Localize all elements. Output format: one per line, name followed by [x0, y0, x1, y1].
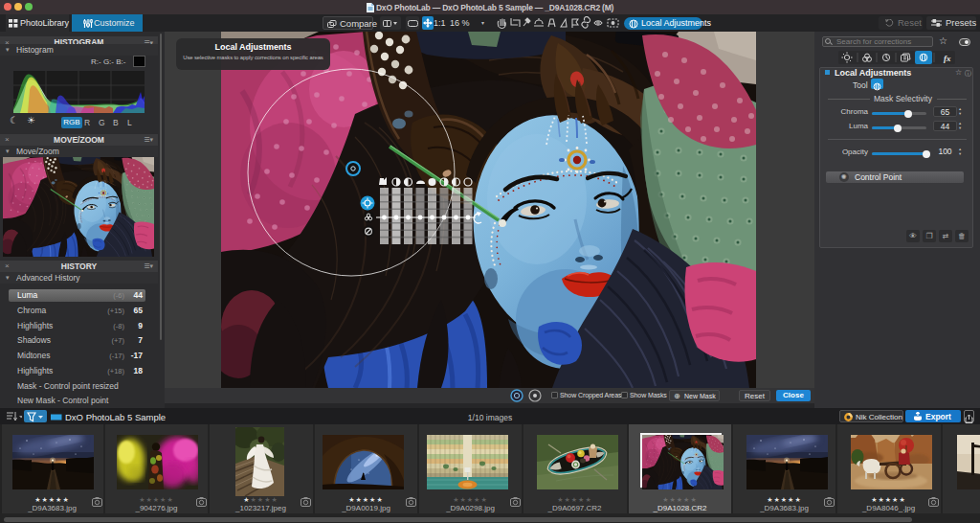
svg-text:fx: fx: [944, 54, 951, 63]
